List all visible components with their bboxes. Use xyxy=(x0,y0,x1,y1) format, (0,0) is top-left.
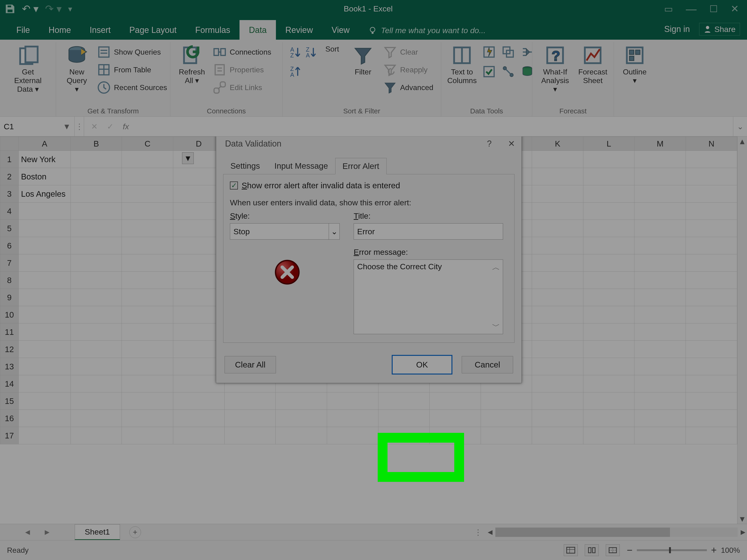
cell[interactable] xyxy=(71,272,122,289)
zoom-slider[interactable] xyxy=(637,549,707,551)
row-header[interactable]: 17 xyxy=(0,427,19,444)
reapply-button[interactable]: Reapply xyxy=(383,63,433,77)
cell[interactable] xyxy=(481,393,532,410)
filter-button[interactable]: Filter xyxy=(348,44,378,78)
clear-filter-button[interactable]: Clear xyxy=(383,45,433,59)
sheet-nav-next-icon[interactable]: ► xyxy=(43,528,51,537)
cell[interactable] xyxy=(635,358,686,375)
cell[interactable] xyxy=(686,168,737,185)
cell[interactable] xyxy=(532,220,583,237)
cell[interactable] xyxy=(583,341,635,358)
cell[interactable] xyxy=(532,289,583,306)
cell[interactable] xyxy=(686,203,737,220)
cell[interactable] xyxy=(71,289,122,306)
forecast-sheet-button[interactable]: ForecastSheet xyxy=(577,44,608,86)
row-header[interactable]: 14 xyxy=(0,375,19,393)
tab-data[interactable]: Data xyxy=(239,20,276,40)
cell[interactable] xyxy=(430,410,481,427)
cell[interactable] xyxy=(19,306,71,323)
cell[interactable] xyxy=(224,410,276,427)
title-input[interactable]: Error xyxy=(354,223,503,240)
cell[interactable] xyxy=(532,185,583,203)
clear-all-button[interactable]: Clear All xyxy=(225,356,276,373)
cell[interactable] xyxy=(532,254,583,272)
column-header[interactable]: K xyxy=(532,137,583,151)
what-if-analysis-button[interactable]: ? What-IfAnalysis ▾ xyxy=(538,44,572,95)
dialog-help-icon[interactable]: ? xyxy=(487,139,492,149)
cell[interactable] xyxy=(635,254,686,272)
cell[interactable] xyxy=(686,272,737,289)
cell[interactable] xyxy=(71,323,122,341)
cell[interactable] xyxy=(122,358,173,375)
close-icon[interactable]: ✕ xyxy=(731,3,739,15)
cell[interactable] xyxy=(19,358,71,375)
cell[interactable] xyxy=(19,375,71,393)
normal-view-button[interactable] xyxy=(564,544,578,556)
row-header[interactable]: 7 xyxy=(0,254,19,272)
select-all-cell[interactable] xyxy=(0,137,19,151)
cell[interactable]: Los Angeles xyxy=(19,185,71,203)
cell[interactable] xyxy=(635,272,686,289)
cell[interactable] xyxy=(378,410,430,427)
cell[interactable] xyxy=(583,220,635,237)
cell[interactable] xyxy=(583,393,635,410)
remove-duplicates-icon[interactable] xyxy=(501,45,515,59)
cell[interactable] xyxy=(635,203,686,220)
cell[interactable] xyxy=(532,410,583,427)
style-select[interactable]: Stop ⌄ xyxy=(230,223,340,240)
cell[interactable] xyxy=(276,427,327,444)
column-header[interactable]: L xyxy=(583,137,635,151)
cell[interactable] xyxy=(378,427,430,444)
cell[interactable] xyxy=(173,393,225,410)
connections-button[interactable]: Connections xyxy=(213,45,271,59)
tab-view[interactable]: View xyxy=(322,20,359,40)
sheet-tab[interactable]: Sheet1 xyxy=(75,524,120,540)
from-table-button[interactable]: From Table xyxy=(97,63,167,77)
cell[interactable] xyxy=(635,151,686,168)
cell[interactable] xyxy=(430,393,481,410)
cell[interactable] xyxy=(686,306,737,323)
cell[interactable] xyxy=(635,375,686,393)
cell[interactable] xyxy=(122,168,173,185)
cell[interactable] xyxy=(686,341,737,358)
zoom-level[interactable]: 100% xyxy=(721,546,740,555)
tell-me[interactable]: Tell me what you want to do... xyxy=(359,26,660,40)
cell[interactable] xyxy=(71,306,122,323)
scroll-up-icon[interactable]: ▲ xyxy=(738,136,747,146)
cell[interactable] xyxy=(122,185,173,203)
cell[interactable] xyxy=(19,427,71,444)
page-break-view-button[interactable] xyxy=(606,544,620,556)
cell[interactable] xyxy=(532,358,583,375)
cell[interactable] xyxy=(635,427,686,444)
cell[interactable] xyxy=(532,427,583,444)
cell[interactable] xyxy=(71,237,122,254)
cell[interactable] xyxy=(122,254,173,272)
row-header[interactable]: 12 xyxy=(0,341,19,358)
cell[interactable] xyxy=(71,358,122,375)
minimize-icon[interactable]: — xyxy=(686,3,697,15)
cell[interactable] xyxy=(635,289,686,306)
qat-customize-icon[interactable]: ▾ xyxy=(68,4,72,14)
redo-icon[interactable]: ↷ ▾ xyxy=(45,3,61,15)
sort-za-icon[interactable]: ZA xyxy=(288,65,301,78)
tab-insert[interactable]: Insert xyxy=(80,20,120,40)
dialog-tab-settings[interactable]: Settings xyxy=(223,158,267,174)
cell[interactable] xyxy=(635,168,686,185)
cell[interactable] xyxy=(686,358,737,375)
cell[interactable] xyxy=(532,203,583,220)
cell[interactable] xyxy=(635,185,686,203)
row-header[interactable]: 16 xyxy=(0,410,19,427)
row-header[interactable]: 1 xyxy=(0,151,19,168)
cancel-formula-icon[interactable]: ✕ xyxy=(91,122,98,131)
row-header[interactable]: 11 xyxy=(0,323,19,341)
cell[interactable] xyxy=(532,306,583,323)
tab-home[interactable]: Home xyxy=(39,20,80,40)
show-error-alert-checkbox[interactable]: ✓ Show error alert after invalid data is… xyxy=(230,181,508,190)
cell[interactable] xyxy=(122,203,173,220)
hscroll-left-icon[interactable]: ◄ xyxy=(486,527,494,537)
cell[interactable] xyxy=(635,341,686,358)
cell[interactable] xyxy=(71,220,122,237)
cell[interactable] xyxy=(71,168,122,185)
new-query-button[interactable]: NewQuery ▾ xyxy=(61,44,92,95)
new-sheet-button[interactable]: + xyxy=(129,526,141,538)
